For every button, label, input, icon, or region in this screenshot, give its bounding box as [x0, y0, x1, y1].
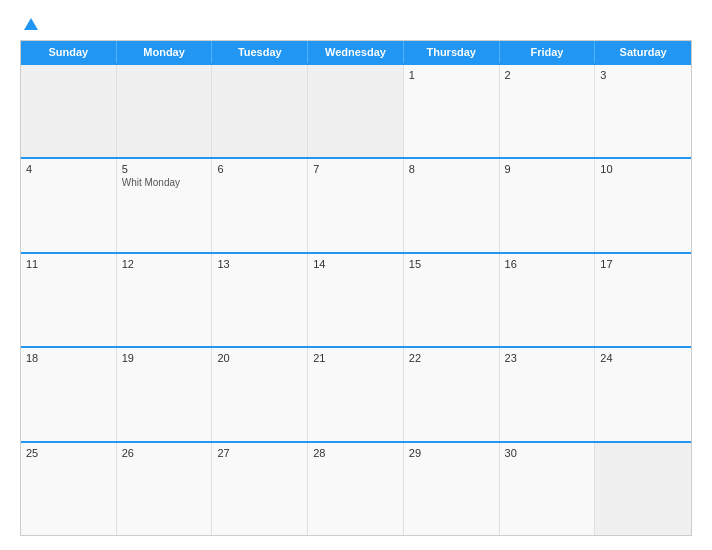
calendar-header-cell: Wednesday: [308, 41, 404, 63]
calendar-week-row: 11121314151617: [21, 252, 691, 346]
calendar-header-row: SundayMondayTuesdayWednesdayThursdayFrid…: [21, 41, 691, 63]
day-number: 17: [600, 258, 686, 270]
header: [20, 18, 692, 30]
calendar-day-cell: 9: [500, 159, 596, 251]
calendar-day-cell: 16: [500, 254, 596, 346]
logo-general-text: [20, 18, 38, 30]
calendar-day-cell: 8: [404, 159, 500, 251]
calendar-week-row: 123: [21, 63, 691, 157]
calendar-header-cell: Saturday: [595, 41, 691, 63]
day-number: 18: [26, 352, 111, 364]
calendar-day-cell: [595, 443, 691, 535]
calendar-day-cell: 5Whit Monday: [117, 159, 213, 251]
day-number: 14: [313, 258, 398, 270]
calendar-day-cell: 14: [308, 254, 404, 346]
calendar: SundayMondayTuesdayWednesdayThursdayFrid…: [20, 40, 692, 536]
calendar-header-cell: Tuesday: [212, 41, 308, 63]
calendar-day-cell: 21: [308, 348, 404, 440]
calendar-day-cell: 25: [21, 443, 117, 535]
day-number: 19: [122, 352, 207, 364]
calendar-header-cell: Monday: [117, 41, 213, 63]
day-number: 10: [600, 163, 686, 175]
calendar-day-cell: 1: [404, 65, 500, 157]
calendar-day-cell: 15: [404, 254, 500, 346]
day-number: 3: [600, 69, 686, 81]
day-number: 13: [217, 258, 302, 270]
calendar-body: 12345Whit Monday678910111213141516171819…: [21, 63, 691, 535]
calendar-week-row: 252627282930: [21, 441, 691, 535]
day-number: 9: [505, 163, 590, 175]
day-number: 23: [505, 352, 590, 364]
logo-triangle-icon: [24, 18, 38, 30]
day-number: 20: [217, 352, 302, 364]
calendar-day-cell: 13: [212, 254, 308, 346]
calendar-day-cell: 12: [117, 254, 213, 346]
day-number: 6: [217, 163, 302, 175]
calendar-day-cell: 2: [500, 65, 596, 157]
calendar-day-cell: 10: [595, 159, 691, 251]
day-number: 27: [217, 447, 302, 459]
calendar-day-cell: 6: [212, 159, 308, 251]
day-number: 26: [122, 447, 207, 459]
calendar-day-cell: 23: [500, 348, 596, 440]
day-number: 28: [313, 447, 398, 459]
calendar-day-cell: 28: [308, 443, 404, 535]
day-number: 22: [409, 352, 494, 364]
calendar-day-cell: 20: [212, 348, 308, 440]
day-number: 4: [26, 163, 111, 175]
calendar-week-row: 45Whit Monday678910: [21, 157, 691, 251]
calendar-week-row: 18192021222324: [21, 346, 691, 440]
holiday-label: Whit Monday: [122, 177, 207, 188]
day-number: 5: [122, 163, 207, 175]
calendar-header-cell: Friday: [500, 41, 596, 63]
calendar-day-cell: [212, 65, 308, 157]
calendar-day-cell: 22: [404, 348, 500, 440]
calendar-day-cell: 3: [595, 65, 691, 157]
day-number: 16: [505, 258, 590, 270]
calendar-day-cell: 11: [21, 254, 117, 346]
calendar-day-cell: [308, 65, 404, 157]
day-number: 15: [409, 258, 494, 270]
calendar-header-cell: Sunday: [21, 41, 117, 63]
calendar-day-cell: 30: [500, 443, 596, 535]
logo: [20, 18, 38, 30]
calendar-day-cell: 19: [117, 348, 213, 440]
day-number: 7: [313, 163, 398, 175]
day-number: 29: [409, 447, 494, 459]
calendar-header-cell: Thursday: [404, 41, 500, 63]
calendar-day-cell: 27: [212, 443, 308, 535]
calendar-day-cell: [117, 65, 213, 157]
day-number: 1: [409, 69, 494, 81]
calendar-day-cell: [21, 65, 117, 157]
calendar-day-cell: 29: [404, 443, 500, 535]
day-number: 30: [505, 447, 590, 459]
day-number: 2: [505, 69, 590, 81]
calendar-day-cell: 24: [595, 348, 691, 440]
day-number: 21: [313, 352, 398, 364]
calendar-day-cell: 26: [117, 443, 213, 535]
calendar-day-cell: 7: [308, 159, 404, 251]
page: SundayMondayTuesdayWednesdayThursdayFrid…: [0, 0, 712, 550]
day-number: 24: [600, 352, 686, 364]
day-number: 11: [26, 258, 111, 270]
calendar-day-cell: 17: [595, 254, 691, 346]
day-number: 12: [122, 258, 207, 270]
day-number: 25: [26, 447, 111, 459]
calendar-day-cell: 4: [21, 159, 117, 251]
calendar-day-cell: 18: [21, 348, 117, 440]
day-number: 8: [409, 163, 494, 175]
